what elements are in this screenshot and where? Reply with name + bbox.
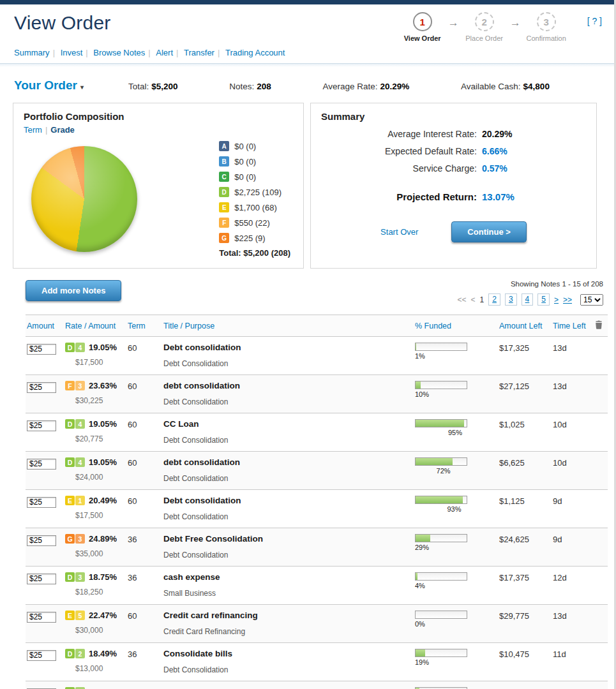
legend-item: D$2,725 (109)	[219, 187, 290, 197]
tab-term[interactable]: Term	[24, 125, 42, 135]
funded-bar-fill	[416, 343, 416, 350]
legend-value: $0 (0)	[234, 157, 256, 167]
separator	[176, 48, 178, 57]
amount-input[interactable]	[27, 650, 56, 661]
note-row: G3 24.89% $35,000 36 Debt Free Consolida…	[26, 528, 608, 567]
tab-browse-notes[interactable]: Browse Notes	[93, 48, 145, 57]
loan-term: 36	[128, 572, 163, 598]
amount-input[interactable]	[27, 535, 56, 546]
first-page-button[interactable]: <<	[458, 295, 467, 304]
amount-input[interactable]	[27, 497, 56, 508]
header-amount[interactable]: Amount	[27, 322, 54, 330]
panels-row: Portfolio Composition TermGrade A$0 (0) …	[13, 103, 603, 269]
tab-trading-account[interactable]: Trading Account	[225, 48, 285, 57]
header-funded[interactable]: % Funded	[415, 322, 451, 330]
time-left: 11d	[553, 649, 591, 674]
grade-letter: D	[65, 457, 75, 467]
tab-summary[interactable]: Summary	[14, 48, 50, 57]
amount-left: $27,125	[499, 381, 553, 406]
tab-transfer[interactable]: Transfer	[184, 48, 214, 57]
page-5-link[interactable]: 5	[537, 293, 550, 306]
grade-subnumber: 2	[75, 649, 85, 658]
interest-rate: 24.89%	[89, 534, 117, 544]
projected-return-row: Projected Return:13.07%	[321, 191, 586, 202]
funded-percent: 29%	[415, 544, 499, 551]
amount-input[interactable]	[27, 344, 56, 355]
page-3-link[interactable]: 3	[505, 293, 517, 306]
your-order-dropdown[interactable]: Your Order	[14, 78, 84, 93]
legend-item: B$0 (0)	[219, 156, 290, 167]
summary-row: Expected Default Rate:6.66%	[321, 146, 586, 156]
grade-swatch: D	[219, 187, 229, 197]
header-term[interactable]: Term	[128, 322, 146, 330]
legend-item: C$0 (0)	[219, 172, 290, 182]
amount-input[interactable]	[27, 382, 56, 393]
portfolio-composition-panel: Portfolio Composition TermGrade A$0 (0) …	[13, 103, 304, 269]
tab-invest[interactable]: Invest	[61, 48, 83, 57]
step-place-order: 2 Place Order	[459, 12, 510, 42]
arrow-right-icon	[510, 17, 521, 42]
amount-input[interactable]	[27, 420, 56, 431]
amount-input[interactable]	[27, 459, 56, 470]
note-row: E1 20.49% $17,500 60 Debt consolidation …	[26, 490, 608, 528]
header-title-purpose[interactable]: Title / Purpose	[163, 322, 214, 330]
interest-rate: 19.05%	[89, 457, 117, 467]
grade-subnumber: 3	[75, 572, 85, 582]
grade-badge: E1	[65, 496, 85, 505]
loan-title-link[interactable]: Consolidate bills	[163, 649, 415, 658]
stat-average-rate: Average Rate:20.29%	[322, 82, 409, 91]
caret-down-icon	[80, 84, 84, 91]
loan-amount: $35,000	[75, 549, 128, 558]
continue-button[interactable]: Continue >	[451, 221, 527, 242]
grade-swatch: F	[219, 218, 229, 228]
loan-title-link[interactable]: Debt consolidation	[163, 496, 415, 505]
loan-title-link[interactable]: Debt consolidation	[163, 343, 415, 352]
last-page-button[interactable]: >>	[563, 295, 572, 304]
page-2-link[interactable]: 2	[488, 293, 500, 306]
funded-bar-fill	[416, 535, 430, 542]
summary-panel: Summary Average Interest Rate:20.29% Exp…	[310, 103, 597, 269]
start-over-link[interactable]: Start Over	[380, 227, 418, 237]
grade-subnumber: 3	[75, 534, 85, 544]
loan-title-link[interactable]: debt consolidation	[163, 381, 415, 390]
stat-value: $5,200	[151, 82, 177, 91]
amount-input[interactable]	[27, 574, 56, 584]
tab-grade[interactable]: Grade	[50, 125, 75, 135]
prev-page-button[interactable]: <	[471, 295, 476, 304]
step-2-number: 2	[481, 17, 486, 27]
legend-value: $0 (0)	[234, 172, 256, 182]
grade-swatch: C	[219, 172, 229, 182]
loan-amount: $18,250	[75, 588, 128, 596]
help-link[interactable]: [ ? ]	[587, 16, 602, 26]
add-more-notes-button[interactable]: Add more Notes	[26, 280, 121, 301]
loan-title-link[interactable]: CC Loan	[163, 419, 415, 429]
loan-amount: $17,500	[75, 511, 128, 520]
tab-alert[interactable]: Alert	[156, 48, 173, 57]
step-view-order: 1 View Order	[397, 12, 448, 42]
grade-badge: G3	[65, 534, 85, 544]
loan-title-link[interactable]: debt consolidation	[163, 457, 415, 467]
time-left: 10d	[553, 419, 591, 445]
amount-left: $1,125	[499, 496, 553, 521]
loan-title-link[interactable]: cash expense	[163, 572, 415, 582]
next-page-button[interactable]: >	[554, 295, 559, 304]
step-1-label: View Order	[397, 34, 448, 42]
loan-title-link[interactable]: Credit card refinancing	[163, 611, 415, 620]
separator	[53, 48, 55, 57]
stat-label: Available Cash:	[461, 82, 521, 91]
amount-left: $6,625	[499, 457, 553, 483]
grade-subnumber: 5	[75, 611, 85, 620]
header-rate-amount[interactable]: Rate / Amount	[65, 322, 116, 330]
page-size-select[interactable]: 15	[580, 294, 603, 306]
trash-icon[interactable]	[595, 322, 603, 331]
header-time-left[interactable]: Time Left	[553, 322, 586, 330]
grade-badge: D3	[65, 572, 85, 582]
funded-bar-fill	[416, 496, 463, 503]
loan-title-link[interactable]: Debt Free Consolidation	[163, 534, 415, 544]
grade-swatch: A	[219, 141, 229, 151]
header-amount-left[interactable]: Amount Left	[499, 322, 542, 330]
funded-percent: 19%	[415, 658, 499, 666]
page-4-link[interactable]: 4	[522, 293, 534, 306]
legend-value: $550 (22)	[234, 218, 270, 228]
amount-input[interactable]	[27, 612, 56, 623]
